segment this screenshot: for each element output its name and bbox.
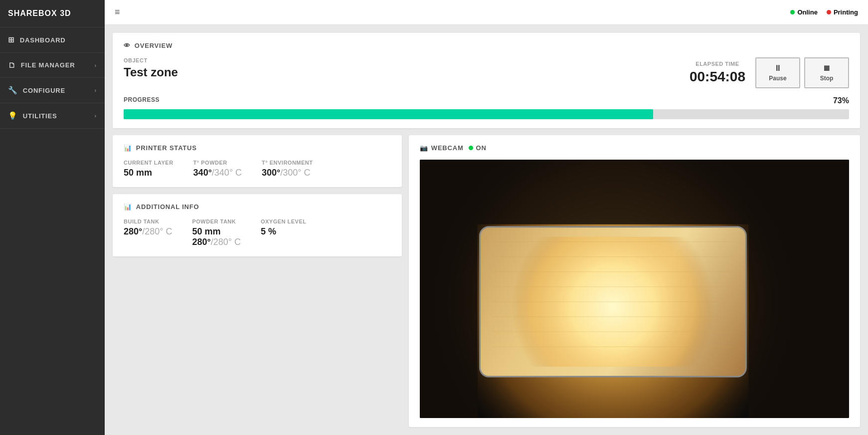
powder-tank-label: POWDER TANK	[192, 218, 240, 224]
t-env-actual: 300°	[262, 168, 280, 178]
controls-section: ⏸ Pause ⏹ Stop	[755, 57, 849, 88]
pause-icon: ⏸	[774, 64, 782, 73]
content-area: 👁 OVERVIEW OBJECT Test zone ELAPSED TIME…	[105, 25, 868, 435]
build-tank-label: BUILD TANK	[124, 218, 172, 224]
progress-bar-background	[124, 109, 849, 119]
bar-chart-icon: 📊	[124, 144, 132, 152]
app-logo: SHAREBOX 3D	[0, 0, 105, 27]
pause-button[interactable]: ⏸ Pause	[755, 57, 800, 88]
file-manager-icon: 🗋	[8, 61, 16, 69]
printer-status-label: PRINTER STATUS	[136, 144, 197, 152]
chevron-icon-utilities: ›	[95, 113, 97, 119]
overview-header: 👁 OVERVIEW	[124, 42, 849, 49]
progress-header: PROGRESS 73%	[124, 96, 849, 105]
t-env-value: 300°/300° C	[262, 168, 313, 178]
configure-icon: 🔧	[8, 86, 18, 95]
sidebar-item-dashboard[interactable]: ⊞ DASHBOARD	[0, 27, 105, 53]
overview-card: 👁 OVERVIEW OBJECT Test zone ELAPSED TIME…	[113, 33, 860, 128]
webcam-canvas	[420, 160, 849, 418]
sidebar-item-file-manager[interactable]: 🗋 FILE MANAGER ›	[0, 53, 105, 78]
utilities-icon: 💡	[8, 111, 18, 120]
eye-icon: 👁	[124, 42, 131, 49]
left-column: 📊 PRINTER STATUS CURRENT LAYER 50 mm T° …	[113, 135, 402, 427]
pause-label: Pause	[769, 75, 786, 82]
sidebar-item-configure[interactable]: 🔧 CONFIGURE ›	[0, 78, 105, 103]
webcam-header: 📷 WEBCAM ON	[420, 144, 849, 152]
webcam-label: WEBCAM	[431, 144, 464, 152]
powder-tank-mm: 50 mm	[192, 226, 240, 237]
printer-status-header: 📊 PRINTER STATUS	[124, 144, 391, 152]
elapsed-section: ELAPSED TIME 00:54:08	[690, 61, 745, 85]
stop-icon: ⏹	[823, 64, 831, 73]
bottom-row: 📊 PRINTER STATUS CURRENT LAYER 50 mm T° …	[113, 135, 860, 427]
additional-info-label: ADDITIONAL INFO	[136, 203, 199, 211]
sidebar-item-label-configure: CONFIGURE	[23, 87, 65, 94]
current-layer-value: 50 mm	[124, 168, 174, 178]
printing-label: Printing	[834, 8, 858, 16]
build-tank-setpoint: /280° C	[142, 226, 172, 236]
webcam-status-dot	[469, 146, 473, 150]
powder-tank-temp: 280°/280° C	[192, 237, 240, 247]
progress-bar-fill	[124, 109, 653, 119]
t-powder-setpoint: /340° C	[212, 168, 242, 178]
sidebar-item-label-utilities: UTILITIES	[23, 112, 57, 120]
sidebar: SHAREBOX 3D ⊞ DASHBOARD 🗋 FILE MANAGER ›…	[0, 0, 105, 435]
t-powder-label: T° POWDER	[193, 160, 242, 166]
printing-status: Printing	[827, 8, 858, 16]
additional-info-icon: 📊	[124, 203, 132, 211]
online-label: Online	[797, 8, 817, 16]
chevron-icon-file-manager: ›	[95, 62, 97, 68]
menu-icon[interactable]: ≡	[115, 7, 120, 17]
additional-info-card: 📊 ADDITIONAL INFO BUILD TANK 280°/280° C…	[113, 194, 402, 256]
online-status: Online	[790, 8, 817, 16]
topbar-right: Online Printing	[790, 8, 858, 16]
chevron-icon-configure: ›	[95, 87, 97, 93]
object-label: OBJECT	[124, 57, 178, 63]
t-env-setpoint: /300° C	[280, 168, 310, 178]
overview-top-row: OBJECT Test zone ELAPSED TIME 00:54:08 ⏸…	[124, 57, 849, 88]
online-dot	[790, 10, 795, 14]
current-layer-item: CURRENT LAYER 50 mm	[124, 160, 174, 178]
progress-label: PROGRESS	[124, 96, 160, 105]
oxygen-value: 5 %	[261, 226, 307, 237]
additional-info-header: 📊 ADDITIONAL INFO	[124, 203, 391, 211]
object-value: Test zone	[124, 65, 178, 79]
topbar-left: ≡	[115, 7, 120, 17]
stop-label: Stop	[820, 75, 834, 82]
printer-status-card: 📊 PRINTER STATUS CURRENT LAYER 50 mm T° …	[113, 135, 402, 187]
stop-button[interactable]: ⏹ Stop	[804, 57, 849, 88]
printing-dot	[827, 10, 831, 14]
powder-tank-item: POWDER TANK 50 mm 280°/280° C	[192, 218, 240, 247]
webcam-status-label: ON	[476, 144, 487, 152]
oxygen-label: OXYGEN LEVEL	[261, 218, 307, 224]
build-tank-actual: 280°	[124, 226, 142, 236]
sidebar-item-label-dashboard: DASHBOARD	[20, 36, 66, 44]
topbar: ≡ Online Printing	[105, 0, 868, 25]
camera-icon: 📷	[420, 144, 428, 152]
right-column: 📷 WEBCAM ON	[409, 135, 860, 427]
build-tank-item: BUILD TANK 280°/280° C	[124, 218, 172, 247]
build-tank-value: 280°/280° C	[124, 226, 172, 237]
t-powder-value: 340°/340° C	[193, 168, 242, 178]
object-info: OBJECT Test zone	[124, 57, 178, 79]
t-env-label: T° ENVIRONMENT	[262, 160, 313, 166]
current-layer-label: CURRENT LAYER	[124, 160, 174, 166]
webcam-feed	[420, 160, 849, 418]
oxygen-item: OXYGEN LEVEL 5 %	[261, 218, 307, 247]
powder-tank-setpoint: /280° C	[211, 237, 241, 247]
webcam-card: 📷 WEBCAM ON	[409, 135, 860, 427]
main-area: ≡ Online Printing 👁 OVERVIEW OBJECT	[105, 0, 868, 435]
t-powder-actual: 340°	[193, 168, 212, 178]
additional-info-grid: BUILD TANK 280°/280° C POWDER TANK 50 mm…	[124, 218, 391, 247]
elapsed-value: 00:54:08	[690, 69, 745, 85]
elapsed-label: ELAPSED TIME	[695, 61, 739, 67]
progress-pct: 73%	[833, 96, 849, 105]
printer-status-grid: CURRENT LAYER 50 mm T° POWDER 340°/340° …	[124, 160, 391, 178]
overview-label: OVERVIEW	[135, 42, 173, 49]
t-powder-item: T° POWDER 340°/340° C	[193, 160, 242, 178]
sidebar-item-utilities[interactable]: 💡 UTILITIES ›	[0, 103, 105, 129]
t-env-item: T° ENVIRONMENT 300°/300° C	[262, 160, 313, 178]
progress-section: PROGRESS 73%	[124, 96, 849, 119]
sidebar-item-label-file-manager: FILE MANAGER	[21, 61, 75, 69]
powder-tank-actual: 280°	[192, 237, 210, 247]
